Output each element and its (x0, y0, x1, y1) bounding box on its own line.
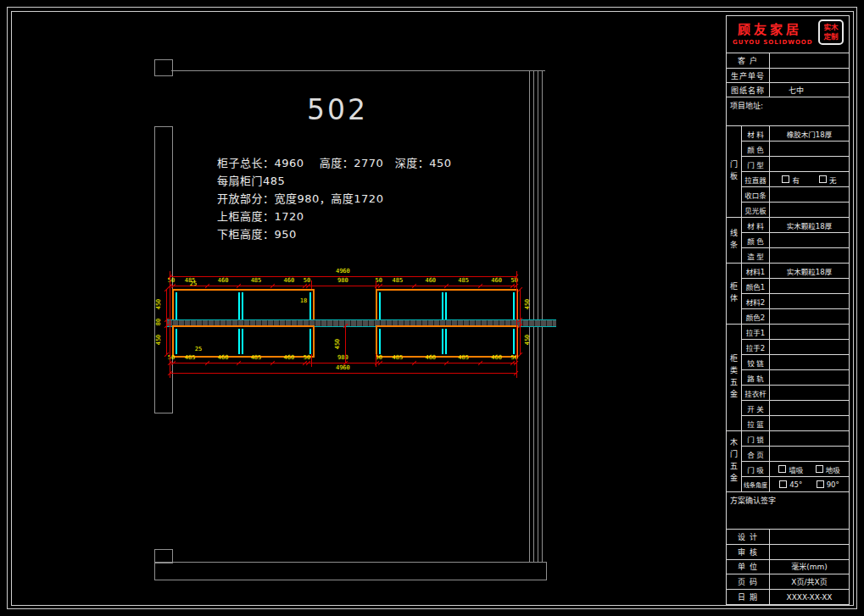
dimension-label: 460 (425, 278, 436, 284)
cad-sheet: { "meta": { "colors": { "brand": "#ff222… (0, 0, 864, 616)
dimension-extension (311, 280, 312, 289)
brand-name: 顾友家居 (738, 19, 802, 37)
dimension-label: 25 (190, 281, 197, 287)
dimension-label: 460 (491, 355, 502, 361)
section-cabinet-body: 柜体 材料1实木颗粒18厚 颜色1 材料2 颜色2 (727, 264, 849, 325)
dimension-extension (170, 271, 170, 378)
dimension-label: 80 (156, 319, 162, 325)
dimension-label: 485 (185, 355, 196, 361)
dimension-label: 485 (393, 278, 404, 284)
dimension-label: 460 (218, 278, 229, 284)
dimension-label: 18 (300, 298, 307, 304)
dimension-line (170, 286, 516, 286)
dimension-line (166, 289, 167, 354)
dimension-label: 450 (335, 339, 341, 350)
title-block: 顾友家居 GUYOU SOLIDWOOD 实木 定制 客 户 生产单号 图纸名称… (726, 15, 850, 605)
checkbox-wall-stop (778, 465, 786, 473)
brand-subtitle: GUYOU SOLIDWOOD (733, 39, 813, 46)
dimension-tick (517, 352, 522, 358)
dimension-label: 4960 (336, 365, 350, 371)
dimension-line (170, 363, 516, 363)
dimension-label: 460 (284, 355, 295, 361)
dimension-label: 485 (251, 278, 262, 284)
dimension-label: 460 (491, 278, 502, 284)
row-drawing-name: 图纸名称 七中 (727, 83, 849, 97)
dimension-label: 980 (337, 278, 348, 284)
row-unit: 单 位 毫米(mm) (727, 560, 849, 575)
dimension-label: 485 (458, 355, 469, 361)
dimension-label: 450 (525, 335, 531, 346)
dimension-label: 450 (156, 335, 162, 346)
checkbox-90deg (817, 480, 824, 488)
section-cabinet-hardware: 柜类五金 拉手1 拉手2 铰 链 路 轨 挂衣杆 开 关 拉 篮 (727, 325, 849, 431)
checkbox-yes (782, 175, 789, 183)
dimension-extension (376, 354, 376, 367)
checkbox-no (819, 175, 827, 183)
section-door-hardware: 木门五金 门 锁 合 页 门 吸 墙吸 地吸 线条角度 45° 90° (727, 431, 849, 492)
logo-area: 顾友家居 GUYOU SOLIDWOOD 实木 定制 (727, 16, 849, 53)
dimension-label: 485 (393, 355, 404, 361)
dimension-label: 50 (304, 278, 310, 284)
dimension-label: 460 (218, 355, 229, 361)
checkbox-floor-stop (816, 465, 823, 473)
signature-box: 方案确认签字 (727, 492, 849, 530)
dimension-line (345, 325, 346, 363)
dimension-label: 450 (156, 299, 162, 310)
dimension-label: 4960 (336, 269, 350, 275)
dimension-label: 460 (425, 355, 436, 361)
dimension-extension (311, 354, 312, 367)
dimension-line (170, 373, 516, 374)
row-project-address: 项目地址: (727, 97, 849, 126)
dimension-label: 485 (251, 355, 262, 361)
dimension-extension (376, 280, 376, 289)
dimension-line (520, 289, 521, 354)
row-production-order: 生产单号 (727, 69, 849, 83)
checkbox-45deg (779, 480, 787, 488)
dimension-label: 460 (284, 278, 295, 284)
dimension-label: 485 (458, 278, 469, 284)
row-reviewer: 审 核 (727, 545, 849, 560)
section-door-panel: 门板 材 料橡胶木门18厚 颜 色 门 型 拉直器 有 无 收口条 见光板 (727, 126, 849, 218)
dimension-label: 25 (195, 347, 202, 352)
section-molding: 线条 材 料实木颗粒18厚 颜 色 造 型 (727, 218, 849, 264)
dimension-label: 50 (304, 355, 310, 361)
row-customer: 客 户 (727, 53, 849, 69)
dimension-label: 450 (525, 299, 531, 310)
dimension-extension (516, 271, 517, 378)
solid-wood-badge: 实木 定制 (818, 19, 844, 45)
row-date: 日 期 XXXX-XX-XX (727, 590, 849, 604)
row-designer: 设 计 (727, 530, 849, 545)
row-page-number: 页 码 X页/共X页 (727, 574, 849, 590)
